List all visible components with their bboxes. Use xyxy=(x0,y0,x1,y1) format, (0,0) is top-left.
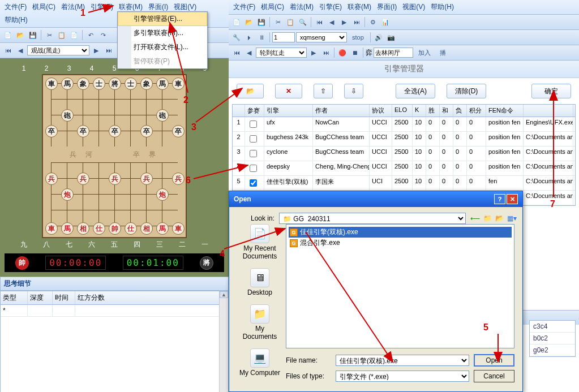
tb-icon[interactable]: ⏹ xyxy=(349,47,361,58)
th-col-type[interactable]: 类型 xyxy=(1,291,28,304)
open-button[interactable]: Open xyxy=(474,354,514,367)
menu-help[interactable]: 帮助(H) xyxy=(2,14,30,26)
tb-icon[interactable]: ▶ xyxy=(338,16,350,28)
th-col-depth[interactable]: 深度 xyxy=(28,291,53,304)
close-icon[interactable]: ✕ xyxy=(507,194,518,204)
dm-multi-league[interactable]: 多引擎联赛(M)... xyxy=(118,26,207,40)
tb-icon[interactable]: ⏮ xyxy=(314,16,325,28)
tb-icon[interactable]: ✂ xyxy=(272,16,284,28)
em-delete-button[interactable]: ✕ xyxy=(275,84,302,98)
em-down-button[interactable]: ⇩ xyxy=(344,84,363,98)
piece[interactable]: 象 xyxy=(77,77,89,90)
piece[interactable]: 卒 xyxy=(45,125,58,137)
piece[interactable]: 馬 xyxy=(156,222,169,235)
num-input[interactable] xyxy=(272,32,295,42)
tb-paste-icon[interactable]: 📄 xyxy=(68,29,80,41)
join-checkbox[interactable] xyxy=(250,135,257,143)
scrollbar-v[interactable] xyxy=(219,291,228,392)
tb-next-icon[interactable]: ▶ xyxy=(91,45,102,56)
col-engine[interactable]: 引擎 xyxy=(264,105,313,117)
menu-file[interactable]: 文件(F) xyxy=(2,1,29,13)
tb-prev-icon[interactable]: ◀ xyxy=(15,45,26,56)
piece[interactable]: 卒 xyxy=(77,125,89,137)
col-protocol[interactable]: 协议 xyxy=(370,105,392,117)
tb-save-icon[interactable]: 💾 xyxy=(27,29,38,41)
piece[interactable]: 仕 xyxy=(93,222,105,235)
tb-copy-icon[interactable]: 📋 xyxy=(56,29,67,41)
col-win[interactable]: 胜 xyxy=(426,105,440,117)
col-k[interactable]: K xyxy=(413,105,426,117)
piece[interactable]: 車 xyxy=(45,222,58,235)
rmenu-view[interactable]: 视图(V) xyxy=(400,1,427,13)
tb-redo-icon[interactable]: ↷ xyxy=(97,29,109,41)
tb-icon[interactable]: 📷 xyxy=(385,32,397,43)
rmenu-move[interactable]: 着法(M) xyxy=(288,1,316,13)
viewmode-icon[interactable]: ▦▾ xyxy=(507,214,517,222)
piece[interactable]: 兵 xyxy=(45,173,58,185)
em-selectall-button[interactable]: 全选(A) xyxy=(396,84,435,98)
back-icon[interactable]: ⟵ xyxy=(470,214,480,222)
rmenu-league[interactable]: 联赛(M) xyxy=(345,1,374,13)
em-ok-button[interactable]: 确定 xyxy=(531,84,571,98)
move-item[interactable]: g0e2 xyxy=(530,344,575,356)
piece[interactable]: 士 xyxy=(125,77,137,90)
newfolder-icon[interactable]: 📂 xyxy=(495,214,504,222)
tb-icon[interactable]: 🔴 xyxy=(337,47,348,58)
stop-button[interactable]: stop xyxy=(348,32,368,43)
col-author[interactable]: 作者 xyxy=(313,105,370,117)
place-computer[interactable]: 💻My Computer xyxy=(237,348,282,377)
move-item[interactable]: c3c4 xyxy=(530,321,575,333)
col-draw[interactable]: 和 xyxy=(440,105,453,117)
tb-icon[interactable]: 📊 xyxy=(380,16,391,28)
tb-new-icon[interactable]: 📄 xyxy=(2,29,14,41)
rmenu-game[interactable]: 棋局(C) xyxy=(259,1,286,13)
tb-icon[interactable]: ◀ xyxy=(326,16,337,28)
tb-first-icon[interactable]: ⏮ xyxy=(2,45,14,56)
xiangqi-board[interactable]: 兵 河卒 界 車 馬 象 士 將 士 象 馬 車 砲 砲 卒 卒 卒 卒 卒 兵… xyxy=(42,74,187,238)
engine-row[interactable]: 1ufxNowCanUCCI2500100000position fenEngi… xyxy=(233,117,575,132)
piece[interactable]: 車 xyxy=(172,222,185,235)
piece[interactable]: 卒 xyxy=(172,125,185,137)
piece[interactable]: 士 xyxy=(93,77,105,90)
piece[interactable]: 卒 xyxy=(109,125,121,137)
cancel-button[interactable]: Cancel xyxy=(474,370,514,382)
piece[interactable]: 炮 xyxy=(156,188,169,201)
rmenu-file[interactable]: 文件(F) xyxy=(231,1,258,13)
piece[interactable]: 仕 xyxy=(125,222,137,235)
piece[interactable]: 相 xyxy=(77,222,89,235)
piece[interactable]: 兵 xyxy=(109,173,121,185)
file-item[interactable]: G佳佳引擎(双核).exe xyxy=(289,227,512,238)
tb-open-icon[interactable]: 📂 xyxy=(15,29,26,41)
place-documents[interactable]: 📁My Documents xyxy=(237,304,282,341)
em-up-button[interactable]: ⇧ xyxy=(314,84,333,98)
piece[interactable]: 卒 xyxy=(140,125,153,137)
tb-icon[interactable]: 💾 xyxy=(256,16,267,28)
em-clear-button[interactable]: 清除(D) xyxy=(447,84,486,98)
menu-engine[interactable]: 引擎(E) xyxy=(88,1,115,13)
piece[interactable]: 砲 xyxy=(156,109,169,122)
join-checkbox[interactable] xyxy=(250,165,257,172)
rmenu-help[interactable]: 帮助(H) xyxy=(428,1,456,13)
piece[interactable]: 馬 xyxy=(61,77,74,90)
piece[interactable]: 馬 xyxy=(156,77,169,90)
join-checkbox[interactable] xyxy=(250,179,257,187)
piece[interactable]: 兵 xyxy=(172,173,185,185)
engine-row[interactable]: 5佳佳引擎(双核)李国来UCI2500100000fenC:\Documents… xyxy=(233,176,575,191)
open-titlebar[interactable]: Open ? ✕ xyxy=(229,191,522,207)
tb-icon[interactable]: ⏵ xyxy=(243,32,255,43)
rmenu-engine[interactable]: 引擎(E) xyxy=(317,1,344,13)
menu-move[interactable]: 着法(M) xyxy=(59,1,87,13)
piece[interactable]: 兵 xyxy=(77,173,89,185)
piece[interactable]: 馬 xyxy=(61,222,74,235)
file-item[interactable]: G混合引擎.exe xyxy=(289,238,512,248)
tb-icon[interactable]: ⚙ xyxy=(367,16,379,28)
piece[interactable]: 車 xyxy=(172,77,185,90)
tb-icon[interactable]: ⏸ xyxy=(256,32,267,43)
piece[interactable]: 砲 xyxy=(61,109,74,122)
filetype-select[interactable]: 引擎文件 (*.exe) xyxy=(336,371,469,382)
place-input[interactable] xyxy=(374,48,413,58)
tb-icon[interactable]: 📂 xyxy=(243,16,255,28)
engine-row[interactable]: 3cycloneBugCChess teamUCCI2500100000posi… xyxy=(233,147,575,161)
col-fen[interactable]: FEN命令 xyxy=(486,105,524,117)
col-points[interactable]: 积分 xyxy=(467,105,486,117)
